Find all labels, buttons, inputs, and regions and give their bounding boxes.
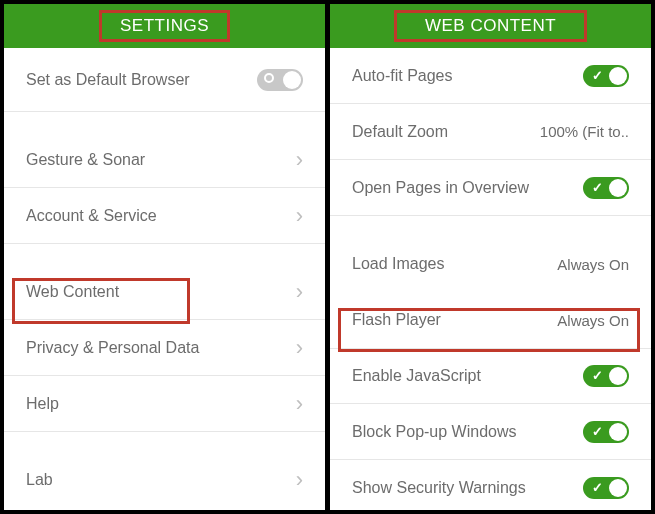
check-icon: ✓ (592, 368, 603, 383)
row-value: Always On (557, 312, 629, 329)
check-icon: ✓ (592, 424, 603, 439)
row-label: Enable JavaScript (352, 367, 481, 385)
row-autofit-pages[interactable]: Auto-fit Pages ✓ (330, 48, 651, 104)
row-label: Web Content (26, 283, 119, 301)
chevron-right-icon: › (296, 279, 303, 305)
row-label: Account & Service (26, 207, 157, 225)
settings-title: SETTINGS (120, 16, 209, 35)
row-default-zoom[interactable]: Default Zoom 100% (Fit to.. (330, 104, 651, 160)
row-block-popups[interactable]: Block Pop-up Windows ✓ (330, 404, 651, 460)
row-account-service[interactable]: Account & Service › (4, 188, 325, 244)
row-label: Open Pages in Overview (352, 179, 529, 197)
row-web-content[interactable]: Web Content › (4, 264, 325, 320)
toggle-autofit[interactable]: ✓ (583, 65, 629, 87)
toggle-knob-icon (609, 179, 627, 197)
check-icon: ✓ (592, 480, 603, 495)
chevron-right-icon: › (296, 147, 303, 173)
row-load-images[interactable]: Load Images Always On (330, 236, 651, 292)
row-default-browser[interactable]: Set as Default Browser (4, 48, 325, 112)
settings-header: SETTINGS (4, 4, 325, 48)
row-label: Help (26, 395, 59, 413)
row-label: Lab (26, 471, 53, 489)
row-label: Flash Player (352, 311, 441, 329)
chevron-right-icon: › (296, 391, 303, 417)
toggle-security-warnings[interactable]: ✓ (583, 477, 629, 499)
row-flash-player[interactable]: Flash Player Always On (330, 292, 651, 348)
settings-title-highlight: SETTINGS (99, 10, 230, 42)
row-help[interactable]: Help › (4, 376, 325, 432)
toggle-knob-icon (609, 423, 627, 441)
settings-pane: SETTINGS Set as Default Browser Gesture … (4, 4, 325, 510)
row-label: Privacy & Personal Data (26, 339, 199, 357)
toggle-block-popups[interactable]: ✓ (583, 421, 629, 443)
row-show-security-warnings[interactable]: Show Security Warnings ✓ (330, 460, 651, 510)
web-content-header: WEB CONTENT (330, 4, 651, 48)
row-enable-javascript[interactable]: Enable JavaScript ✓ (330, 348, 651, 404)
toggle-overview[interactable]: ✓ (583, 177, 629, 199)
toggle-knob-icon (283, 71, 301, 89)
chevron-right-icon: › (296, 467, 303, 493)
row-label: Set as Default Browser (26, 71, 190, 89)
check-icon: ✓ (592, 180, 603, 195)
row-value: Always On (557, 256, 629, 273)
row-privacy-personal-data[interactable]: Privacy & Personal Data › (4, 320, 325, 376)
row-gesture-sonar[interactable]: Gesture & Sonar › (4, 132, 325, 188)
toggle-javascript[interactable]: ✓ (583, 365, 629, 387)
row-label: Gesture & Sonar (26, 151, 145, 169)
chevron-right-icon: › (296, 335, 303, 361)
check-icon: ✓ (592, 68, 603, 83)
toggle-off-indicator-icon (264, 73, 274, 83)
web-content-title: WEB CONTENT (425, 16, 556, 35)
toggle-default-browser[interactable] (257, 69, 303, 91)
settings-list: Set as Default Browser Gesture & Sonar ›… (4, 48, 325, 510)
screenshot-container: SETTINGS Set as Default Browser Gesture … (0, 0, 655, 514)
toggle-knob-icon (609, 367, 627, 385)
chevron-right-icon: › (296, 203, 303, 229)
toggle-knob-icon (609, 479, 627, 497)
web-content-pane: WEB CONTENT Auto-fit Pages ✓ Default Zoo… (330, 4, 651, 510)
row-label: Default Zoom (352, 123, 448, 141)
row-lab[interactable]: Lab › (4, 452, 325, 508)
row-value: 100% (Fit to.. (540, 123, 629, 140)
row-label: Show Security Warnings (352, 479, 526, 497)
row-label: Auto-fit Pages (352, 67, 453, 85)
row-open-pages-overview[interactable]: Open Pages in Overview ✓ (330, 160, 651, 216)
web-content-title-highlight: WEB CONTENT (394, 10, 587, 42)
row-label: Load Images (352, 255, 445, 273)
toggle-knob-icon (609, 67, 627, 85)
row-label: Block Pop-up Windows (352, 423, 517, 441)
web-content-list: Auto-fit Pages ✓ Default Zoom 100% (Fit … (330, 48, 651, 510)
